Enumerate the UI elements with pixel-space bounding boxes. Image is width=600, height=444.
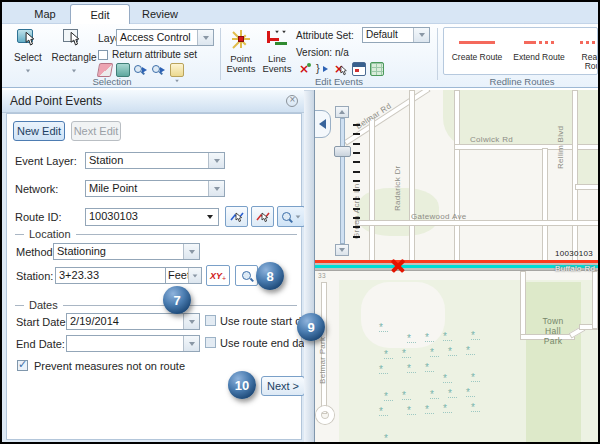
xy-icon: XY — [210, 271, 222, 281]
select-route-on-map-button[interactable] — [225, 206, 248, 227]
attribute-set-dropdown-icon[interactable] — [413, 28, 429, 42]
end-date-dropdown-icon[interactable] — [183, 336, 199, 351]
ribbon: Select Rectangle Layer: Access Control R… — [2, 24, 598, 88]
prevent-measures-checkbox[interactable] — [17, 360, 28, 371]
station-input[interactable]: 3+23.33 — [55, 267, 165, 284]
marsh-symbol: * — [430, 349, 439, 357]
method-dropdown-icon[interactable] — [183, 244, 199, 259]
zoom-tick — [353, 152, 360, 154]
callout-8: 8 — [256, 262, 284, 290]
select-route-red-icon — [256, 210, 270, 224]
snap-event-icon[interactable]: } — [316, 62, 330, 76]
network-value: Mile Point — [86, 181, 208, 196]
attribute-set-combobox[interactable]: Default — [362, 27, 430, 43]
collapse-arrow-icon — [319, 119, 326, 129]
close-icon[interactable] — [286, 95, 298, 107]
street-label: Radarick Dr — [393, 165, 402, 211]
route-redline — [315, 260, 598, 263]
network-dropdown-icon[interactable] — [208, 181, 224, 196]
magnifier-icon — [282, 212, 291, 221]
marsh-symbol: * — [448, 390, 457, 398]
use-route-end-date-checkbox[interactable] — [205, 337, 216, 348]
zoom-in-icon — [339, 110, 345, 114]
redline-routes-group-label: Redline Routes — [462, 76, 582, 87]
event-layer-combobox[interactable]: Station — [85, 152, 225, 169]
start-date-dropdown-icon[interactable] — [183, 314, 199, 329]
create-route-button[interactable]: Create Route — [448, 36, 506, 62]
extend-route-button[interactable]: Extend Route — [510, 36, 568, 62]
zoom-tick — [353, 143, 360, 145]
tab-edit[interactable]: Edit — [70, 4, 130, 25]
layer-dropdown-icon[interactable] — [197, 30, 213, 45]
pan-to-selection-icon[interactable] — [152, 63, 166, 77]
marsh-symbol: * — [425, 364, 434, 372]
station-value: 3+23.33 — [56, 268, 165, 283]
realign-route-icon — [580, 36, 599, 47]
selection-options-icon[interactable] — [170, 63, 184, 77]
marsh-symbol: * — [443, 405, 452, 413]
ribbon-tab-strip: Map Edit Review — [2, 2, 598, 24]
delete-event-icon[interactable]: × — [298, 62, 312, 76]
zoom-in-button[interactable] — [335, 106, 349, 118]
use-route-start-date-checkbox[interactable] — [205, 315, 216, 326]
next-button[interactable]: Next > — [261, 376, 305, 396]
point-events-button[interactable]: Point Events — [224, 28, 258, 74]
network-label: Network: — [15, 183, 58, 195]
rectangle-button[interactable]: Rectangle — [50, 27, 98, 75]
station-zoom-button[interactable] — [235, 265, 258, 286]
event-dialog-icon[interactable] — [352, 62, 366, 76]
route-zoom-menu-button[interactable] — [277, 206, 305, 227]
select-event-icon[interactable]: × — [334, 62, 348, 76]
zoom-slider-handle[interactable] — [334, 146, 351, 157]
point-events-icon — [229, 28, 253, 50]
new-edit-button[interactable]: New Edit — [13, 121, 65, 141]
application-window: Map Edit Review Select Rectangle Layer: … — [0, 0, 600, 444]
start-date-combobox[interactable]: 2/19/2014 — [66, 313, 200, 330]
rectangle-dropdown-icon[interactable] — [72, 69, 76, 72]
xy-coordinates-button[interactable]: XY+ — [206, 265, 230, 286]
zoom-slider-track[interactable] — [340, 118, 345, 244]
marsh-symbol: * — [466, 389, 475, 397]
zoom-out-button[interactable] — [335, 244, 349, 256]
route-id-dropdown-icon[interactable] — [202, 209, 218, 225]
network-combobox[interactable]: Mile Point — [85, 180, 225, 197]
method-combobox[interactable]: Stationing — [53, 243, 200, 260]
selection-options-dropdown-icon[interactable] — [175, 80, 179, 82]
marsh-symbol: * — [466, 347, 475, 355]
zoom-to-selection-icon[interactable] — [134, 63, 148, 77]
event-table-icon[interactable] — [370, 62, 384, 76]
line-events-button[interactable]: Line Events — [260, 28, 294, 74]
select-all-icon[interactable] — [116, 63, 130, 77]
return-attribute-set-label: Return attribute set — [112, 49, 197, 60]
realign-route-button[interactable]: Realign Route — [572, 36, 598, 71]
magnifier-icon — [242, 271, 251, 280]
tab-map[interactable]: Map — [20, 4, 70, 25]
marsh-symbol: * — [471, 374, 480, 382]
route-id-combobox[interactable]: 10030103 — [85, 208, 219, 226]
measure-label: 33 — [318, 272, 326, 279]
layer-combobox[interactable]: Access Control — [116, 29, 214, 46]
panel-title: Add Point Events — [10, 94, 102, 108]
return-attribute-set-checkbox[interactable] — [98, 50, 108, 60]
select-button[interactable]: Select — [6, 27, 50, 75]
select-label: Select — [6, 53, 50, 64]
callout-7: 7 — [163, 286, 191, 314]
panel-splitter[interactable] — [304, 90, 314, 444]
select-dropdown-icon[interactable] — [26, 69, 30, 72]
clear-route-selection-button[interactable] — [251, 206, 274, 227]
map-view[interactable]: ************************** Green Acre Ln… — [314, 90, 598, 444]
method-label: Method: — [16, 246, 56, 258]
road-vertical — [592, 271, 598, 329]
tab-review[interactable]: Review — [132, 4, 188, 25]
units-combobox[interactable]: Feet — [165, 267, 202, 284]
road-green-acre-ln — [369, 118, 375, 266]
clear-selection-icon[interactable] — [97, 63, 113, 77]
collapse-panel-button[interactable] — [314, 110, 331, 138]
end-date-combobox[interactable] — [66, 335, 200, 352]
zoom-tick — [353, 189, 360, 191]
select-route-blue-icon — [230, 210, 244, 224]
create-route-icon — [459, 36, 495, 47]
event-layer-dropdown-icon[interactable] — [208, 153, 224, 168]
units-dropdown-icon[interactable] — [188, 268, 201, 283]
marsh-symbol: * — [402, 392, 411, 400]
